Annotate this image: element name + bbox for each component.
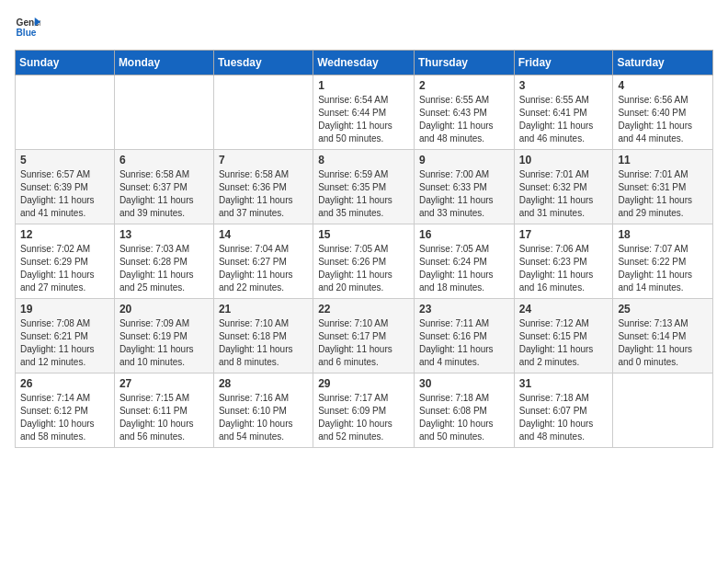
svg-text:Blue: Blue: [17, 28, 37, 38]
day-info: Sunrise: 7:04 AM Sunset: 6:27 PM Dayligh…: [219, 243, 308, 294]
calendar-cell: 22Sunrise: 7:10 AM Sunset: 6:17 PM Dayli…: [313, 299, 415, 373]
calendar-week-row: 1Sunrise: 6:54 AM Sunset: 6:44 PM Daylig…: [16, 75, 713, 150]
day-number: 11: [618, 154, 708, 167]
day-number: 2: [419, 79, 509, 92]
day-info: Sunrise: 6:54 AM Sunset: 6:44 PM Dayligh…: [318, 94, 409, 145]
day-info: Sunrise: 7:02 AM Sunset: 6:29 PM Dayligh…: [20, 243, 109, 294]
day-number: 24: [519, 303, 609, 316]
calendar-cell: 5Sunrise: 6:57 AM Sunset: 6:39 PM Daylig…: [16, 150, 115, 224]
calendar-cell: 29Sunrise: 7:17 AM Sunset: 6:09 PM Dayli…: [313, 373, 415, 448]
day-number: 15: [318, 228, 409, 241]
day-number: 6: [119, 154, 209, 167]
day-info: Sunrise: 6:58 AM Sunset: 6:37 PM Dayligh…: [119, 168, 209, 220]
day-number: 10: [519, 154, 609, 167]
calendar-cell: 15Sunrise: 7:05 AM Sunset: 6:26 PM Dayli…: [313, 224, 415, 299]
day-number: 23: [419, 303, 509, 316]
day-number: 3: [519, 79, 609, 92]
day-info: Sunrise: 7:10 AM Sunset: 6:17 PM Dayligh…: [318, 317, 409, 369]
calendar-cell: [613, 373, 713, 448]
calendar-table: SundayMondayTuesdayWednesdayThursdayFrid…: [15, 50, 713, 448]
weekday-header-sunday: Sunday: [16, 51, 115, 75]
day-info: Sunrise: 7:17 AM Sunset: 6:09 PM Dayligh…: [318, 392, 409, 443]
page-header: General Blue: [15, 15, 713, 40]
day-info: Sunrise: 7:09 AM Sunset: 6:19 PM Dayligh…: [119, 317, 209, 369]
calendar-cell: [114, 75, 213, 150]
weekday-header-row: SundayMondayTuesdayWednesdayThursdayFrid…: [16, 51, 713, 75]
calendar-cell: 19Sunrise: 7:08 AM Sunset: 6:21 PM Dayli…: [16, 299, 115, 373]
day-info: Sunrise: 7:13 AM Sunset: 6:14 PM Dayligh…: [618, 317, 708, 369]
weekday-header-saturday: Saturday: [613, 51, 713, 75]
day-number: 21: [219, 303, 308, 316]
calendar-week-row: 26Sunrise: 7:14 AM Sunset: 6:12 PM Dayli…: [16, 373, 713, 448]
calendar-cell: 16Sunrise: 7:05 AM Sunset: 6:24 PM Dayli…: [414, 224, 514, 299]
day-info: Sunrise: 6:55 AM Sunset: 6:41 PM Dayligh…: [519, 94, 609, 145]
day-number: 31: [519, 377, 609, 390]
logo-icon: General Blue: [15, 15, 40, 40]
calendar-cell: 12Sunrise: 7:02 AM Sunset: 6:29 PM Dayli…: [16, 224, 115, 299]
day-number: 4: [618, 79, 708, 92]
day-info: Sunrise: 7:01 AM Sunset: 6:31 PM Dayligh…: [618, 168, 708, 220]
day-number: 28: [219, 377, 308, 390]
calendar-cell: 6Sunrise: 6:58 AM Sunset: 6:37 PM Daylig…: [114, 150, 213, 224]
day-info: Sunrise: 7:18 AM Sunset: 6:07 PM Dayligh…: [519, 392, 609, 443]
calendar-cell: 1Sunrise: 6:54 AM Sunset: 6:44 PM Daylig…: [313, 75, 415, 150]
day-info: Sunrise: 7:06 AM Sunset: 6:23 PM Dayligh…: [519, 243, 609, 294]
calendar-cell: 7Sunrise: 6:58 AM Sunset: 6:36 PM Daylig…: [213, 150, 313, 224]
calendar-week-row: 12Sunrise: 7:02 AM Sunset: 6:29 PM Dayli…: [16, 224, 713, 299]
day-number: 8: [318, 154, 409, 167]
calendar-cell: 31Sunrise: 7:18 AM Sunset: 6:07 PM Dayli…: [514, 373, 613, 448]
calendar-cell: 10Sunrise: 7:01 AM Sunset: 6:32 PM Dayli…: [514, 150, 613, 224]
calendar-cell: 3Sunrise: 6:55 AM Sunset: 6:41 PM Daylig…: [514, 75, 613, 150]
calendar-week-row: 5Sunrise: 6:57 AM Sunset: 6:39 PM Daylig…: [16, 150, 713, 224]
day-info: Sunrise: 7:05 AM Sunset: 6:24 PM Dayligh…: [419, 243, 509, 294]
day-info: Sunrise: 7:15 AM Sunset: 6:11 PM Dayligh…: [119, 392, 209, 443]
day-number: 26: [20, 377, 109, 390]
calendar-cell: 24Sunrise: 7:12 AM Sunset: 6:15 PM Dayli…: [514, 299, 613, 373]
calendar-cell: 20Sunrise: 7:09 AM Sunset: 6:19 PM Dayli…: [114, 299, 213, 373]
day-number: 7: [219, 154, 308, 167]
calendar-cell: 25Sunrise: 7:13 AM Sunset: 6:14 PM Dayli…: [613, 299, 713, 373]
calendar-cell: 17Sunrise: 7:06 AM Sunset: 6:23 PM Dayli…: [514, 224, 613, 299]
weekday-header-tuesday: Tuesday: [213, 51, 313, 75]
calendar-cell: [213, 75, 313, 150]
day-number: 9: [419, 154, 509, 167]
calendar-cell: 9Sunrise: 7:00 AM Sunset: 6:33 PM Daylig…: [414, 150, 514, 224]
weekday-header-monday: Monday: [114, 51, 213, 75]
day-info: Sunrise: 7:18 AM Sunset: 6:08 PM Dayligh…: [419, 392, 509, 443]
weekday-header-wednesday: Wednesday: [313, 51, 415, 75]
day-number: 20: [119, 303, 209, 316]
day-info: Sunrise: 6:56 AM Sunset: 6:40 PM Dayligh…: [618, 94, 708, 145]
day-info: Sunrise: 7:00 AM Sunset: 6:33 PM Dayligh…: [419, 168, 509, 220]
calendar-cell: 28Sunrise: 7:16 AM Sunset: 6:10 PM Dayli…: [213, 373, 313, 448]
day-number: 27: [119, 377, 209, 390]
day-number: 29: [318, 377, 409, 390]
day-number: 5: [20, 154, 109, 167]
day-number: 18: [618, 228, 708, 241]
day-info: Sunrise: 7:10 AM Sunset: 6:18 PM Dayligh…: [219, 317, 308, 369]
calendar-cell: 2Sunrise: 6:55 AM Sunset: 6:43 PM Daylig…: [414, 75, 514, 150]
day-number: 14: [219, 228, 308, 241]
day-info: Sunrise: 6:57 AM Sunset: 6:39 PM Dayligh…: [20, 168, 109, 220]
day-info: Sunrise: 6:58 AM Sunset: 6:36 PM Dayligh…: [219, 168, 308, 220]
calendar-cell: 30Sunrise: 7:18 AM Sunset: 6:08 PM Dayli…: [414, 373, 514, 448]
day-info: Sunrise: 7:11 AM Sunset: 6:16 PM Dayligh…: [419, 317, 509, 369]
day-info: Sunrise: 7:16 AM Sunset: 6:10 PM Dayligh…: [219, 392, 308, 443]
calendar-cell: 18Sunrise: 7:07 AM Sunset: 6:22 PM Dayli…: [613, 224, 713, 299]
weekday-header-thursday: Thursday: [414, 51, 514, 75]
day-number: 17: [519, 228, 609, 241]
calendar-cell: 11Sunrise: 7:01 AM Sunset: 6:31 PM Dayli…: [613, 150, 713, 224]
day-info: Sunrise: 7:12 AM Sunset: 6:15 PM Dayligh…: [519, 317, 609, 369]
day-info: Sunrise: 7:08 AM Sunset: 6:21 PM Dayligh…: [20, 317, 109, 369]
day-number: 19: [20, 303, 109, 316]
calendar-cell: 26Sunrise: 7:14 AM Sunset: 6:12 PM Dayli…: [16, 373, 115, 448]
calendar-cell: 21Sunrise: 7:10 AM Sunset: 6:18 PM Dayli…: [213, 299, 313, 373]
day-info: Sunrise: 7:03 AM Sunset: 6:28 PM Dayligh…: [119, 243, 209, 294]
calendar-cell: 14Sunrise: 7:04 AM Sunset: 6:27 PM Dayli…: [213, 224, 313, 299]
weekday-header-friday: Friday: [514, 51, 613, 75]
day-info: Sunrise: 6:59 AM Sunset: 6:35 PM Dayligh…: [318, 168, 409, 220]
day-info: Sunrise: 7:14 AM Sunset: 6:12 PM Dayligh…: [20, 392, 109, 443]
day-number: 22: [318, 303, 409, 316]
calendar-cell: 8Sunrise: 6:59 AM Sunset: 6:35 PM Daylig…: [313, 150, 415, 224]
calendar-cell: 27Sunrise: 7:15 AM Sunset: 6:11 PM Dayli…: [114, 373, 213, 448]
calendar-cell: [16, 75, 115, 150]
